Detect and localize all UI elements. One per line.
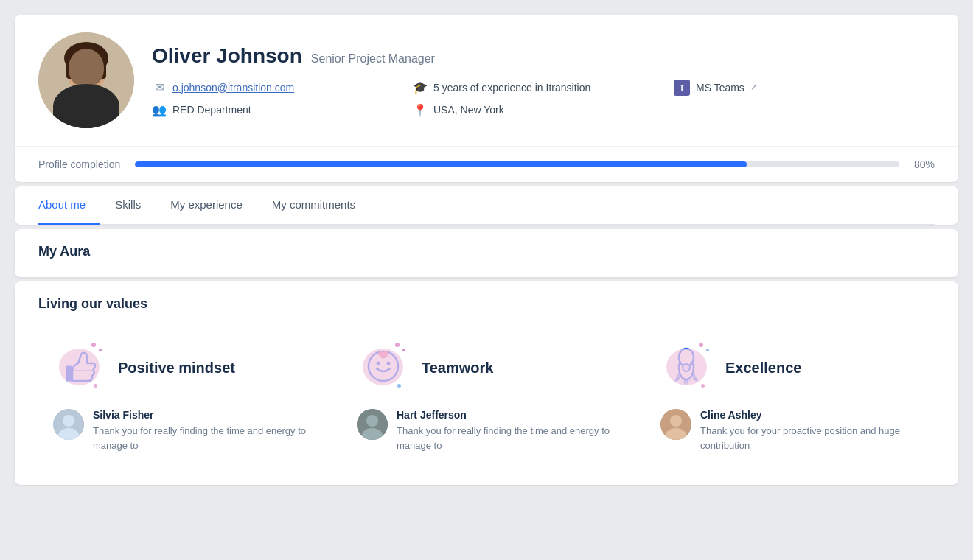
progress-bar-fill [135,161,746,167]
silvia-avatar [53,409,84,440]
experience-detail: 🎓 5 years of experience in Itransition [413,80,674,96]
values-section-title: Living our values [38,296,935,312]
value-teamwork-header: Teamwork [357,341,616,394]
silvia-testimonial-text: Thank you for really finding the time an… [93,424,313,452]
teamwork-name: Teamwork [422,360,493,377]
value-excellence-header: Excellence [660,341,920,394]
profile-completion: Profile completion 80% [15,146,958,182]
positive-mindset-icon-wrapper [53,341,106,394]
values-section: Living our values [15,281,958,485]
hart-name: Hart Jefferson [397,409,616,421]
ms-teams-icon: T [674,80,690,96]
graduation-icon: 🎓 [413,80,428,94]
hart-testimonial-text: Thank you for really finding the time an… [397,424,616,452]
values-card: Living our values [15,281,958,485]
svg-point-1 [64,42,108,74]
location-detail: 📍 USA, New York [413,103,674,117]
value-teamwork: Teamwork Hart Jefferson Thank you for re… [342,326,631,467]
hart-testimonial-content: Hart Jefferson Thank you for really find… [397,409,616,452]
svg-point-8 [53,95,119,128]
cline-testimonial-text: Thank you for your proactive position an… [700,424,920,452]
positive-mindset-testimonial: Silvia Fisher Thank you for really findi… [53,409,313,452]
external-link-icon: ↗ [750,83,757,92]
department-detail: 👥 RED Department [152,103,413,117]
hart-avatar [357,409,388,440]
email-detail: ✉ o.johnson@itransition.com [152,80,413,96]
profile-details: ✉ o.johnson@itransition.com 🎓 5 years of… [152,80,935,117]
excellence-testimonial: Cline Ashley Thank you for your proactiv… [660,409,920,452]
cline-name: Cline Ashley [700,409,920,421]
svg-point-17 [366,415,378,427]
completion-percentage: 80% [914,158,935,170]
location-text: USA, New York [433,104,504,116]
profile-info: Oliver Johnson Senior Project Manager ✉ … [152,44,935,117]
value-excellence: Excellence Cline Ashley Thank you for yo… [646,326,935,467]
tab-skills[interactable]: Skills [100,186,156,225]
svg-point-11 [63,415,74,427]
svg-rect-4 [84,71,96,78]
email-icon: ✉ [152,80,167,94]
tabs-card: About me Skills My experience My commitm… [15,186,958,225]
ms-teams-detail[interactable]: T MS Teams ↗ [674,80,935,96]
department-icon: 👥 [152,103,167,117]
svg-point-23 [670,415,682,427]
experience-text: 5 years of experience in Itransition [433,82,590,94]
ms-teams-label: MS Teams [696,82,744,94]
tab-my-experience[interactable]: My experience [156,186,257,225]
positive-mindset-name: Positive mindset [118,360,235,377]
my-aura-title: My Aura [38,244,935,259]
value-positive-mindset: Positive mindset Silvia Fisher Thank you… [38,326,327,467]
cline-testimonial-content: Cline Ashley Thank you for your proactiv… [700,409,920,452]
profile-card: Oliver Johnson Senior Project Manager ✉ … [15,15,958,182]
teamwork-icon-wrapper [357,341,410,394]
completion-label: Profile completion [38,158,120,170]
silvia-testimonial-content: Silvia Fisher Thank you for really findi… [93,409,313,452]
cline-avatar [660,409,691,440]
my-aura-section: My Aura [15,229,958,277]
silvia-name: Silvia Fisher [93,409,313,421]
svg-rect-6 [66,60,74,79]
progress-bar-track [135,161,899,167]
my-aura-card: My Aura [15,229,958,277]
avatar [38,32,134,128]
profile-name: Oliver Johnson [152,44,302,68]
values-grid: Positive mindset Silvia Fisher Thank you… [38,326,935,467]
svg-rect-7 [99,60,106,79]
svg-point-2 [67,52,105,94]
svg-rect-3 [69,71,81,78]
excellence-name: Excellence [725,360,801,377]
tabs-list: About me Skills My experience My commitm… [38,186,935,225]
value-positive-mindset-header: Positive mindset [53,341,313,394]
excellence-icon-wrapper [660,341,714,394]
location-icon: 📍 [413,103,428,117]
profile-name-row: Oliver Johnson Senior Project Manager [152,44,935,68]
tab-about-me[interactable]: About me [38,186,100,225]
email-link[interactable]: o.johnson@itransition.com [172,82,294,94]
teamwork-testimonial: Hart Jefferson Thank you for really find… [357,409,616,452]
profile-header: Oliver Johnson Senior Project Manager ✉ … [15,15,958,146]
tab-my-commitments[interactable]: My commitments [257,186,370,225]
department-text: RED Department [172,104,251,116]
profile-title: Senior Project Manager [311,52,435,66]
